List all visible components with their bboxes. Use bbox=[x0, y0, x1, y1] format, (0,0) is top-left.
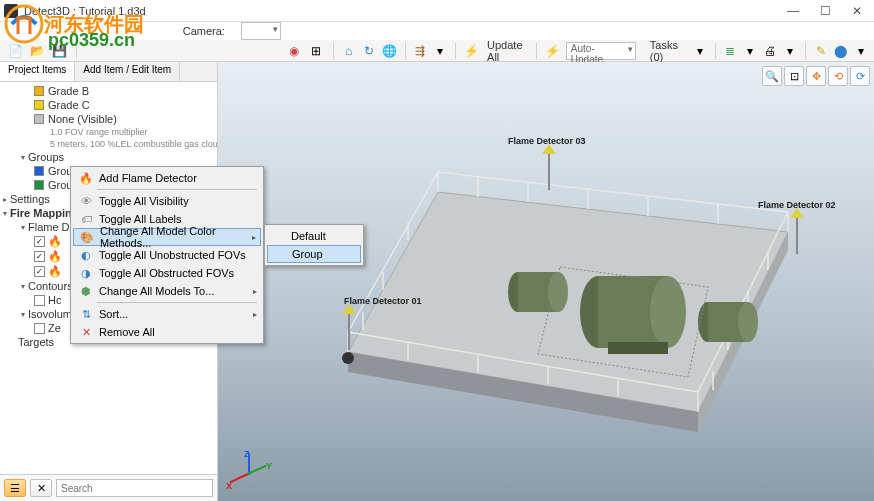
tree-none[interactable]: None (Visible) bbox=[0, 112, 217, 126]
maximize-button[interactable]: ☐ bbox=[818, 4, 832, 18]
update-all-button[interactable]: Update All bbox=[485, 39, 528, 63]
ctx-remove-all[interactable]: ✕Remove All bbox=[73, 323, 261, 341]
scene-3d: Flame Detector 03 Flame Detector 02 Flam… bbox=[218, 62, 874, 501]
close-button[interactable]: ✕ bbox=[850, 4, 864, 18]
detector-02-stem bbox=[796, 214, 798, 254]
tool-2-button[interactable]: ⊞ bbox=[307, 42, 325, 60]
save-button[interactable]: 💾 bbox=[50, 42, 68, 60]
title-bar: Detect3D : Tutorial 1.d3d — ☐ ✕ bbox=[0, 0, 874, 22]
vp-home-button[interactable]: ⟳ bbox=[850, 66, 870, 86]
svg-marker-31 bbox=[542, 144, 556, 154]
flash-icon-2[interactable]: ⚡ bbox=[545, 42, 560, 60]
viewport-toolbar: 🔍 ⊡ ✥ ⟲ ⟳ bbox=[762, 66, 870, 86]
camera-combo[interactable] bbox=[241, 22, 281, 40]
app-icon bbox=[4, 4, 18, 18]
flash-icon[interactable]: ⚡ bbox=[464, 42, 479, 60]
dropdown-3-button[interactable]: ▾ bbox=[854, 42, 868, 60]
vp-rotate-button[interactable]: ⟲ bbox=[828, 66, 848, 86]
tab-project-items[interactable]: Project Items bbox=[0, 62, 75, 81]
footer-clear-button[interactable]: ✕ bbox=[30, 479, 52, 497]
camera-label: Camera: bbox=[181, 25, 227, 37]
ctx-toggle-unobstructed[interactable]: ◐Toggle All Unobstructed FOVs bbox=[73, 246, 261, 264]
tree-none-sub1: 1.0 FOV range multiplier bbox=[0, 126, 217, 138]
tree-groups[interactable]: ▾Groups bbox=[0, 150, 217, 164]
main-toolbar: 📄 📂 💾 ◉ ⊞ ⌂ ↻ 🌐 ⇶ ▾ ⚡ Update All ⚡ Auto-… bbox=[0, 40, 874, 62]
print-button[interactable]: 🖨 bbox=[763, 42, 777, 60]
dropdown-2-button[interactable]: ▾ bbox=[783, 42, 797, 60]
vp-pan-button[interactable]: ✥ bbox=[806, 66, 826, 86]
auto-update-combo[interactable]: Auto-Update bbox=[566, 42, 636, 60]
axis-gizmo: Z Y X bbox=[230, 453, 270, 493]
menu-bar: F Camera: bbox=[0, 22, 874, 40]
svg-point-26 bbox=[548, 272, 568, 312]
tasks-dropdown[interactable]: ▾ bbox=[693, 42, 707, 60]
ctx-sort[interactable]: ⇅Sort...▸ bbox=[73, 305, 261, 323]
globe-button[interactable]: 🌐 bbox=[382, 42, 397, 60]
vp-zoom-button[interactable]: 🔍 bbox=[762, 66, 782, 86]
sub-default[interactable]: Default bbox=[267, 227, 361, 245]
tree-grade-b[interactable]: Grade B bbox=[0, 84, 217, 98]
svg-marker-32 bbox=[790, 208, 804, 218]
ctx-change-color[interactable]: 🎨Change All Model Color Methods...▸ bbox=[73, 228, 261, 246]
svg-rect-23 bbox=[608, 342, 668, 354]
left-footer: ☰ ✕ bbox=[0, 474, 217, 501]
tool-1-button[interactable]: ◉ bbox=[285, 42, 303, 60]
context-menu: 🔥Add Flame Detector 👁Toggle All Visibili… bbox=[70, 166, 264, 344]
minimize-button[interactable]: — bbox=[786, 4, 800, 18]
tree-none-sub2: 5 meters, 100 %LEL combustible gas cloud bbox=[0, 138, 217, 150]
vp-zoomfit-button[interactable]: ⊡ bbox=[784, 66, 804, 86]
dropdown-1-button[interactable]: ▾ bbox=[433, 42, 447, 60]
ctx-change-models[interactable]: ⬢Change All Models To...▸ bbox=[73, 282, 261, 300]
detector-01-stem bbox=[348, 310, 350, 350]
refresh-button[interactable]: ↻ bbox=[362, 42, 376, 60]
tree-button[interactable]: ⇶ bbox=[413, 42, 427, 60]
sub-group[interactable]: Group bbox=[267, 245, 361, 263]
home-button[interactable]: ⌂ bbox=[342, 42, 356, 60]
new-button[interactable]: 📄 bbox=[6, 42, 24, 60]
3d-viewport[interactable]: 🔍 ⊡ ✥ ⟲ ⟳ bbox=[218, 62, 874, 501]
detector-03-stem bbox=[548, 150, 550, 190]
settings-button[interactable]: ▾ bbox=[743, 42, 757, 60]
layers-button[interactable]: ≣ bbox=[723, 42, 737, 60]
open-button[interactable]: 📂 bbox=[28, 42, 46, 60]
footer-list-button[interactable]: ☰ bbox=[4, 479, 26, 497]
edit-button[interactable]: ✎ bbox=[814, 42, 828, 60]
search-input[interactable] bbox=[56, 479, 213, 497]
svg-point-29 bbox=[738, 302, 758, 342]
ctx-toggle-visibility[interactable]: 👁Toggle All Visibility bbox=[73, 192, 261, 210]
svg-point-22 bbox=[650, 276, 686, 348]
paint-button[interactable]: ⬤ bbox=[834, 42, 848, 60]
window-title: Detect3D : Tutorial 1.d3d bbox=[24, 5, 786, 17]
tree-grade-c[interactable]: Grade C bbox=[0, 98, 217, 112]
ctx-add-flame[interactable]: 🔥Add Flame Detector bbox=[73, 169, 261, 187]
tasks-label[interactable]: Tasks (0) bbox=[648, 39, 687, 63]
ctx-toggle-obstructed[interactable]: ◑Toggle All Obstructed FOVs bbox=[73, 264, 261, 282]
svg-marker-33 bbox=[342, 304, 356, 314]
detector-01-base bbox=[342, 352, 354, 364]
tab-add-item[interactable]: Add Item / Edit Item bbox=[75, 62, 180, 81]
color-submenu: Default Group bbox=[264, 224, 364, 266]
